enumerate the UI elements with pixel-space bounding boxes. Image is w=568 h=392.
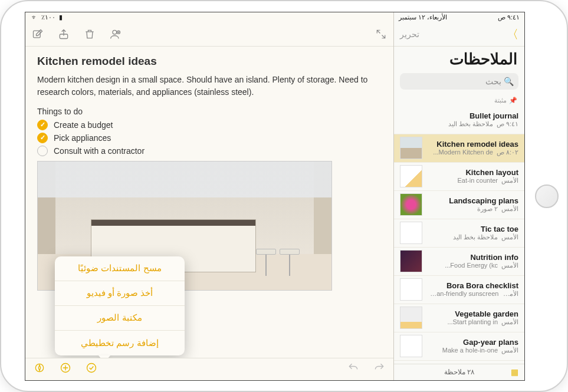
notes-count: ٢٨ ملاحظة (444, 368, 474, 376)
note-list-item[interactable]: Bora Bora checklistالأمسOcean-friendly s… (394, 276, 524, 304)
note-item-time: ٩:٤١ ص (497, 120, 518, 128)
note-item-time: الأمس (501, 262, 518, 269)
note-item-preview: Ocean-friendly sunscreen (428, 290, 498, 298)
back-chevron-icon[interactable]: 〉 (507, 27, 518, 42)
status-bar-right: ٩:٤١ ص الأربعاء، ١٢ سبتمبر (394, 12, 524, 23)
search-input[interactable]: 🔍 بحث (400, 73, 518, 90)
search-placeholder: بحث (485, 77, 501, 86)
share-icon[interactable] (57, 28, 70, 41)
note-item-preview: Eat-in counter (458, 177, 498, 185)
note-list-item[interactable]: Kitchen layoutالأمسEat-in counter (394, 163, 524, 191)
grid-view-icon[interactable]: ▦ (511, 367, 518, 377)
note-item-title: Tic tac toe (428, 225, 518, 233)
note-item-title: Bullet journal (400, 111, 518, 120)
popover-menu-item[interactable]: إضافة رسم تخطيطي (55, 331, 185, 355)
note-item-preview: Make a hole-in-one (442, 347, 498, 354)
note-body: Modern kitchen design in a small space. … (37, 74, 382, 98)
note-item-time: الأمس (501, 233, 518, 241)
note-item-preview: Start planting in... (447, 318, 498, 326)
note-list-item[interactable]: Bullet journal٩:٤١ صملاحظة بخط اليد (394, 106, 524, 134)
note-item-time: الأمس (501, 177, 518, 185)
note-item-title: Nutrition info (428, 253, 518, 262)
pinned-section-label: 📌 مثبتة (394, 93, 524, 106)
notes-sidebar: ٩:٤١ ص الأربعاء، ١٢ سبتمبر 〉 تحرير الملا… (393, 12, 524, 380)
compose-icon[interactable] (31, 28, 44, 41)
note-item-thumbnail (400, 222, 422, 244)
todo-checkbox[interactable] (37, 120, 48, 130)
note-list-item[interactable]: Kitchen remodel ideas٨:٠٢ صModern Kitche… (394, 134, 524, 163)
popover-menu-item[interactable]: أخذ صورة أو فيديو (55, 281, 185, 306)
note-item-thumbnail (400, 335, 422, 357)
svg-point-6 (87, 364, 96, 373)
add-attachment-popover: مسح المستندات ضوئيًاأخذ صورة أو فيديومكت… (55, 256, 185, 355)
trash-icon[interactable] (83, 28, 96, 41)
todo-checkbox[interactable] (37, 146, 48, 156)
note-item-thumbnail (400, 193, 422, 216)
note-item-time: الأمس (501, 318, 518, 326)
status-date: الأربعاء، ١٢ سبتمبر (399, 14, 447, 23)
note-list-item[interactable]: Gap-year plansالأمسMake a hole-in-one (394, 332, 524, 361)
status-time: ٩:٤١ ص (498, 14, 520, 23)
todo-text: Consult with a contractor (54, 146, 145, 156)
note-item-time: الأمس (501, 205, 518, 213)
status-bar-left: ᯤ ٪١٠٠ ▮ (25, 12, 393, 23)
note-item-title: Landscaping plans (428, 196, 518, 205)
marker-icon[interactable] (34, 362, 45, 376)
battery-icon: ▮ (59, 14, 63, 23)
ipad-device: ᯤ ٪١٠٠ ▮ (0, 0, 568, 392)
popover-menu-item[interactable]: مكتبة الصور (55, 306, 185, 331)
add-person-icon[interactable] (109, 28, 122, 41)
home-button[interactable] (535, 185, 559, 208)
note-editor-pane: ᯤ ٪١٠٠ ▮ (25, 12, 393, 380)
note-item-title: Vegetable garden (428, 309, 518, 318)
todo-checkbox[interactable] (37, 133, 48, 143)
note-list-item[interactable]: Nutrition infoالأمسFood Energy (kc... (394, 248, 524, 276)
todo-section-header: Things to do (37, 107, 382, 116)
note-item-thumbnail (400, 278, 422, 301)
checklist-icon[interactable] (86, 362, 97, 376)
note-item-time: الأمس (502, 290, 518, 298)
todo-row[interactable]: Create a budget (37, 120, 382, 130)
note-list-item[interactable]: Landscaping plansالأمس٢ صورة (394, 191, 524, 219)
edit-button[interactable]: تحرير (400, 29, 419, 39)
note-item-thumbnail (400, 137, 422, 159)
redo-icon[interactable] (373, 362, 385, 376)
note-item-thumbnail (400, 165, 422, 187)
note-item-thumbnail (400, 307, 422, 329)
note-item-preview: Food Energy (kc... (445, 262, 498, 269)
pin-icon: 📌 (509, 97, 517, 104)
sidebar-topbar: 〉 تحرير (394, 23, 524, 47)
note-list-item[interactable]: Tic tac toeالأمسملاحظة بخط اليد (394, 219, 524, 248)
todo-text: Pick appliances (54, 133, 111, 143)
editor-toolbar (25, 23, 393, 47)
note-item-thumbnail (400, 250, 422, 272)
wifi-icon: ᯤ (31, 14, 38, 23)
note-item-title: Kitchen remodel ideas (428, 140, 518, 149)
search-icon: 🔍 (504, 77, 514, 86)
popover-menu-item[interactable]: مسح المستندات ضوئيًا (55, 256, 185, 281)
note-item-time: ٨:٠٢ ص (497, 149, 518, 156)
battery-percent: ٪١٠٠ (41, 14, 55, 23)
note-item-preview: Modern Kitchen de... (433, 149, 493, 156)
expand-icon[interactable] (375, 28, 388, 41)
sidebar-header: الملاحظات (394, 47, 524, 73)
note-item-preview: ٢ صورة (477, 205, 498, 213)
svg-point-2 (113, 30, 117, 34)
sidebar-footer: ٢٨ ملاحظة ▦ (394, 364, 524, 380)
note-list-item[interactable]: Vegetable gardenالأمسStart planting in..… (394, 304, 524, 332)
note-item-title: Bora Bora checklist (428, 281, 518, 290)
todo-text: Create a budget (54, 120, 113, 130)
todo-row[interactable]: Consult with a contractor (37, 146, 382, 156)
note-title: Kitchen remodel ideas (37, 55, 382, 68)
note-item-preview: ملاحظة بخط اليد (448, 120, 493, 128)
add-icon[interactable] (60, 362, 71, 376)
note-item-title: Kitchen layout (428, 168, 518, 177)
editor-footer-toolbar (25, 358, 393, 380)
note-item-title: Gap-year plans (428, 338, 518, 347)
todo-row[interactable]: Pick appliances (37, 133, 382, 143)
notes-list: Bullet journal٩:٤١ صملاحظة بخط اليدKitch… (394, 106, 524, 364)
undo-icon[interactable] (347, 362, 359, 376)
sidebar-title: الملاحظات (401, 50, 517, 68)
note-item-time: الأمس (501, 347, 518, 354)
screen: ᯤ ٪١٠٠ ▮ (25, 12, 525, 381)
